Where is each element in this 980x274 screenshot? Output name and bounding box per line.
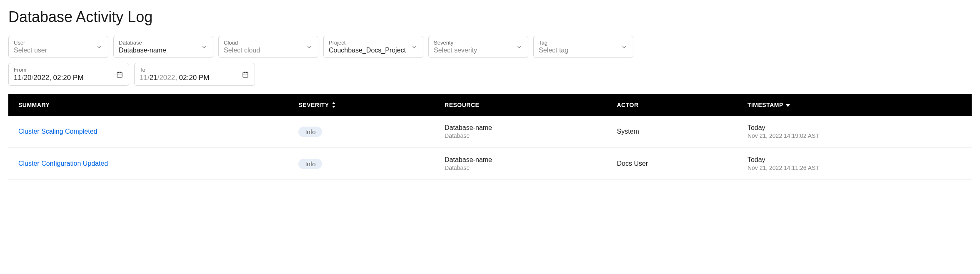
filter-cloud-label: Cloud <box>224 40 301 46</box>
filter-tag[interactable]: Tag Select tag <box>533 36 633 58</box>
filter-tag-value: Select tag <box>539 47 616 54</box>
chevron-down-icon <box>201 44 207 50</box>
resource-name: Database-name <box>445 124 597 132</box>
svg-rect-0 <box>117 72 122 77</box>
timestamp-relative: Today <box>748 156 962 164</box>
calendar-icon <box>242 71 249 78</box>
col-summary[interactable]: SUMMARY <box>8 94 288 116</box>
chevron-down-icon <box>621 44 627 50</box>
table-row: Cluster Scaling CompletedInfoDatabase-na… <box>8 116 972 148</box>
filter-database-value: Database-name <box>119 47 196 54</box>
page-title: Database Activity Log <box>8 8 972 26</box>
timestamp-relative: Today <box>748 124 962 132</box>
actor: Docs User <box>617 160 728 167</box>
filter-row: User Select user Database Database-name … <box>8 36 972 58</box>
date-to-value: 11/21/2022, 02:20 PM <box>140 74 236 82</box>
chevron-down-icon <box>411 44 417 50</box>
col-severity[interactable]: SEVERITY <box>288 94 435 116</box>
svg-marker-8 <box>332 102 335 104</box>
filter-project-label: Project <box>329 40 406 46</box>
date-from[interactable]: From 11/20/2022, 02:20 PM <box>8 63 129 86</box>
resource-name: Database-name <box>445 156 597 164</box>
severity-badge: Info <box>298 159 322 169</box>
col-actor[interactable]: ACTOR <box>607 94 738 116</box>
summary-link[interactable]: Cluster Configuration Updated <box>18 160 108 167</box>
date-to-label: To <box>140 67 236 73</box>
svg-marker-9 <box>332 106 335 108</box>
col-resource[interactable]: RESOURCE <box>435 94 607 116</box>
filter-severity[interactable]: Severity Select severity <box>428 36 528 58</box>
date-from-value: 11/20/2022, 02:20 PM <box>14 74 110 82</box>
filter-severity-value: Select severity <box>434 47 511 54</box>
chevron-down-icon <box>96 44 102 50</box>
filter-project[interactable]: Project Couchbase_Docs_Project <box>323 36 423 58</box>
filter-tag-label: Tag <box>539 40 616 46</box>
sort-icon <box>332 102 336 108</box>
filter-severity-label: Severity <box>434 40 511 46</box>
resource-type: Database <box>445 164 597 171</box>
timestamp-full: Nov 21, 2022 14:19:02 AST <box>748 132 962 139</box>
filter-user[interactable]: User Select user <box>8 36 108 58</box>
filter-cloud[interactable]: Cloud Select cloud <box>218 36 318 58</box>
filter-cloud-value: Select cloud <box>224 47 301 54</box>
filter-database-label: Database <box>119 40 196 46</box>
calendar-icon <box>116 71 123 78</box>
filter-user-value: Select user <box>14 47 91 54</box>
filter-database[interactable]: Database Database-name <box>113 36 213 58</box>
date-to[interactable]: To 11/21/2022, 02:20 PM <box>134 63 255 86</box>
svg-marker-10 <box>786 104 790 107</box>
filter-user-label: User <box>14 40 91 46</box>
timestamp-full: Nov 21, 2022 14:11:26 AST <box>748 164 962 171</box>
resource-type: Database <box>445 132 597 139</box>
filter-project-value: Couchbase_Docs_Project <box>329 47 406 54</box>
severity-badge: Info <box>298 127 322 137</box>
activity-table: SUMMARY SEVERITY RESOURCE ACTOR TIMESTAM… <box>8 94 972 180</box>
table-row: Cluster Configuration UpdatedInfoDatabas… <box>8 148 972 180</box>
sort-desc-icon <box>786 102 790 108</box>
chevron-down-icon <box>516 44 522 50</box>
svg-rect-4 <box>243 72 248 77</box>
col-timestamp[interactable]: TIMESTAMP <box>738 94 972 116</box>
summary-link[interactable]: Cluster Scaling Completed <box>18 128 97 135</box>
date-filter-row: From 11/20/2022, 02:20 PM To 11/21/2022,… <box>8 63 972 86</box>
actor: System <box>617 128 728 135</box>
date-from-label: From <box>14 67 110 73</box>
chevron-down-icon <box>306 44 312 50</box>
